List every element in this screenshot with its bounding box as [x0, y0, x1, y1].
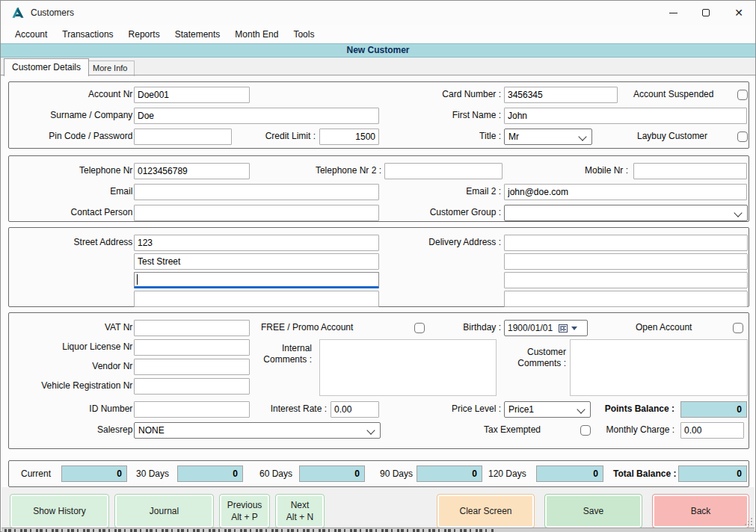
journal-button[interactable]: Journal [114, 494, 214, 528]
contact-group: Telephone Nr : Telephone Nr 2 : Mobile N… [8, 155, 749, 222]
aging-30-label: 30 Days [136, 468, 169, 479]
save-button[interactable]: Save [544, 494, 642, 528]
delivery-address-line1-input[interactable] [504, 235, 748, 251]
vat-label: VAT Nr : [24, 322, 138, 332]
credit-limit-label: Credit Limit : [233, 131, 316, 141]
price-level-select-value: Price1 [508, 404, 534, 415]
email-label: Email : [24, 186, 138, 197]
delivery-address-line4-input[interactable] [504, 291, 748, 307]
account-suspended-checkbox[interactable] [737, 90, 748, 100]
id-number-label: ID Number : [24, 403, 138, 414]
next-button[interactable]: Next Alt + N [275, 494, 325, 528]
vat-input[interactable] [134, 320, 250, 336]
minimize-icon [669, 13, 677, 13]
menu-transactions[interactable]: Transactions [55, 26, 120, 43]
tab-customer-details[interactable]: Customer Details [4, 58, 89, 76]
surname-label: Surname / Company : [24, 110, 138, 120]
close-button[interactable]: ✕ [722, 1, 755, 25]
street-address-line1-input[interactable] [134, 235, 379, 251]
contact-person-input[interactable] [134, 205, 379, 221]
account-nr-input[interactable] [134, 87, 250, 103]
email2-input[interactable] [504, 184, 747, 200]
surname-input[interactable] [134, 108, 379, 124]
maximize-button[interactable] [689, 1, 722, 25]
aging-90-field: 0 [417, 466, 482, 482]
menu-reports[interactable]: Reports [121, 26, 168, 43]
interest-rate-input[interactable] [331, 401, 379, 418]
open-account-label: Open Account [636, 322, 692, 332]
pin-code-input[interactable] [134, 129, 232, 145]
telephone-label: Telephone Nr : [24, 165, 138, 176]
minimize-button[interactable] [657, 1, 689, 25]
calendar-icon [559, 324, 568, 332]
identity-group: Account Nr : Card Number : Account Suspe… [8, 81, 749, 149]
customer-comments-textarea[interactable] [570, 339, 748, 396]
street-address-line3-input[interactable] [134, 272, 379, 288]
salesrep-select[interactable]: NONE [134, 422, 381, 439]
background-window-strip [1, 528, 755, 532]
internal-comments-label: Internal Comments : [252, 343, 312, 365]
liquor-license-label: Liquor License Nr : [24, 341, 138, 352]
aging-90-label: 90 Days [380, 468, 413, 479]
aging-current-field: 0 [61, 466, 127, 482]
liquor-license-input[interactable] [134, 339, 250, 356]
menu-tools[interactable]: Tools [286, 26, 322, 43]
price-level-select[interactable]: Price1 [504, 401, 591, 418]
customer-comments-label: Customer Comments : [506, 347, 566, 369]
first-name-input[interactable] [504, 108, 747, 124]
title-select[interactable]: Mr [504, 129, 592, 145]
details-group: VAT Nr : FREE / Promo Account Birthday :… [8, 312, 749, 449]
aging-120-field: 0 [536, 466, 603, 482]
back-button[interactable]: Back [652, 494, 749, 528]
credit-limit-input[interactable] [319, 129, 379, 145]
internal-comments-textarea[interactable] [319, 339, 497, 396]
customer-group-select[interactable] [504, 205, 748, 221]
birthday-label: Birthday : [450, 322, 501, 332]
mobile-label: Mobile Nr : [547, 165, 628, 176]
menu-account[interactable]: Account [7, 26, 55, 43]
street-address-line4-input[interactable] [134, 291, 379, 307]
delivery-address-line2-input[interactable] [504, 253, 748, 270]
menu-month-end[interactable]: Month End [227, 26, 286, 43]
customers-window: Customers ✕ Account Transactions Reports… [0, 0, 756, 532]
delivery-address-line3-input[interactable] [504, 272, 748, 288]
vendor-input[interactable] [134, 359, 250, 375]
email-input[interactable] [134, 184, 379, 200]
free-promo-label: FREE / Promo Account [261, 322, 353, 332]
free-promo-checkbox[interactable] [414, 323, 425, 333]
telephone-input[interactable] [134, 163, 250, 179]
card-number-input[interactable] [504, 87, 618, 103]
card-number-label: Card Number : [390, 89, 501, 99]
open-account-checkbox[interactable] [733, 323, 743, 333]
laybuy-checkbox[interactable] [737, 132, 748, 142]
first-name-label: First Name : [390, 110, 501, 120]
contact-person-label: Contact Person : [24, 207, 138, 217]
window-title: Customers [31, 7, 74, 18]
interest-rate-label: Interest Rate : [252, 403, 327, 414]
tab-more-info[interactable]: More Info [85, 61, 135, 76]
tax-exempted-label: Tax Exempted [484, 424, 541, 435]
birthday-value: 1900/01/01 [508, 321, 553, 335]
new-customer-banner: New Customer [1, 43, 755, 58]
birthday-date-picker[interactable]: 1900/01/01 [504, 320, 588, 336]
aging-120-label: 120 Days [488, 468, 526, 479]
monthly-charge-label: Monthly Charge : [592, 424, 674, 435]
street-address-line2-input[interactable] [134, 253, 379, 270]
clear-screen-button[interactable]: Clear Screen [437, 494, 535, 528]
telephone2-input[interactable] [384, 163, 503, 179]
dropdown-arrow-icon [571, 327, 577, 330]
id-number-input[interactable] [134, 401, 250, 418]
title-bar: Customers ✕ [1, 1, 755, 25]
monthly-charge-input[interactable] [680, 422, 744, 439]
salesrep-label: Salesrep : [24, 424, 138, 435]
previous-button[interactable]: Previous Alt + P [219, 494, 270, 528]
menu-statements[interactable]: Statements [168, 26, 228, 43]
mobile-input[interactable] [633, 163, 747, 179]
aging-30-field: 0 [177, 466, 243, 482]
tab-divider [1, 75, 755, 75]
email2-label: Email 2 : [405, 186, 501, 197]
vehicle-registration-input[interactable] [134, 378, 250, 395]
account-nr-label: Account Nr : [24, 89, 138, 99]
show-history-button[interactable]: Show History [10, 494, 109, 528]
tax-exempted-checkbox[interactable] [580, 425, 591, 436]
